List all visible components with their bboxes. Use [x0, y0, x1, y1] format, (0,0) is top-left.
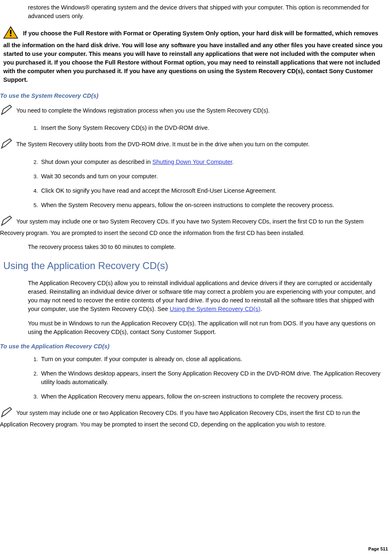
- para-text-post: .: [261, 306, 262, 312]
- note-boot-from-dvd: The System Recovery utility boots from t…: [0, 138, 385, 152]
- note-text: Your system may include one or two Appli…: [0, 410, 360, 428]
- svg-rect-2: [10, 35, 11, 36]
- intro-text: restores the Windows® operating system a…: [28, 4, 369, 19]
- note-two-recovery-cds: Your system may include one or two Syste…: [0, 215, 385, 237]
- note-text: The System Recovery utility boots from t…: [16, 141, 310, 148]
- step-shutdown: Shut down your computer as described in …: [39, 158, 383, 166]
- pencil-note-icon: [0, 407, 14, 420]
- intro-paragraph: restores the Windows® operating system a…: [28, 3, 383, 21]
- warning-triangle-icon: [3, 26, 18, 41]
- step-turn-on: Turn on your computer. If your computer …: [39, 355, 383, 364]
- step-text-pre: Shut down your computer as described in: [41, 159, 152, 165]
- app-recovery-para2: You must be in Windows to run the Applic…: [28, 319, 383, 336]
- procedure-heading-app-recovery: To use the Application Recovery CD(s): [0, 342, 388, 351]
- svg-rect-1: [10, 30, 11, 34]
- pencil-note-icon: [0, 138, 14, 152]
- note-two-app-cds: Your system may include one or two Appli…: [0, 407, 385, 429]
- procedure-list-2: Turn on your computer. If your computer …: [39, 355, 383, 401]
- step-insert-cd: Insert the Sony System Recovery CD(s) in…: [39, 124, 383, 132]
- step-text-post: .: [232, 159, 234, 165]
- step-insert-app-cd: When the Windows desktop appears, insert…: [39, 369, 383, 387]
- note-recovery-time: The recovery process takes 30 to 60 minu…: [28, 243, 383, 251]
- link-system-recovery[interactable]: Using the System Recovery CD(s): [170, 306, 261, 312]
- pencil-note-icon: [0, 215, 14, 229]
- procedure-heading-system-recovery: To use the System Recovery CD(s): [0, 92, 388, 100]
- pencil-note-icon: [0, 104, 14, 118]
- section-heading-app-recovery: Using the Application Recovery CD(s): [3, 259, 388, 273]
- procedure-list-1b: Shut down your computer as described in …: [39, 158, 383, 210]
- warning-callout: If you choose the Full Restore with Form…: [3, 26, 385, 84]
- step-wait-30: Wait 30 seconds and turn on your compute…: [39, 172, 383, 181]
- warning-text: If you choose the Full Restore with Form…: [3, 30, 383, 83]
- step-follow-app-menu: When the Application Recovery menu appea…: [39, 392, 383, 401]
- note-text: Your system may include one or two Syste…: [0, 218, 364, 236]
- app-recovery-para1: The Application Recovery CD(s) allow you…: [28, 279, 383, 313]
- step-click-ok: Click OK to signify you have read and ac…: [39, 187, 383, 195]
- note-text: You need to complete the Windows registr…: [16, 108, 270, 114]
- note-windows-registration: You need to complete the Windows registr…: [0, 104, 385, 118]
- link-shutting-down[interactable]: Shutting Down Your Computer: [152, 159, 232, 165]
- step-follow-menu: When the System Recovery menu appears, f…: [39, 201, 383, 210]
- procedure-list-1a: Insert the Sony System Recovery CD(s) in…: [39, 124, 383, 132]
